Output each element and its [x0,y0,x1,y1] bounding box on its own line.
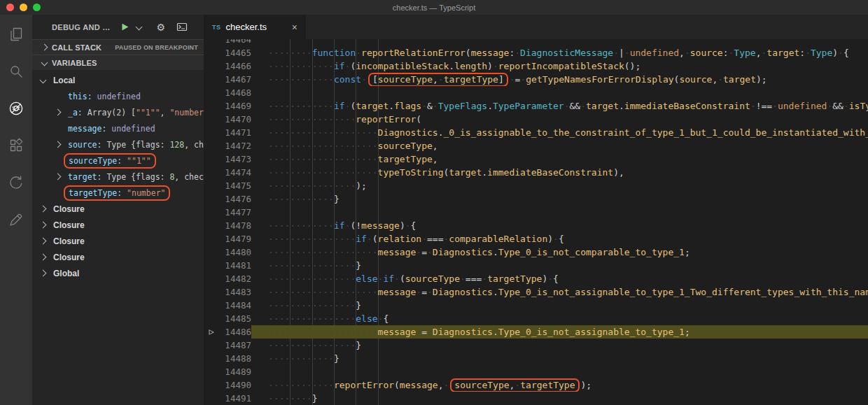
variable-row[interactable]: this: undefined [32,88,204,104]
glyph-margin[interactable] [204,232,219,246]
code-text: ····················typeToString(target.… [251,166,868,179]
code-line[interactable]: 14491········} [204,392,868,405]
code-text: ················else·{ [251,312,868,325]
variables-section-header[interactable]: VARIABLES [32,55,204,70]
glyph-margin[interactable] [204,73,219,86]
glyph-margin[interactable] [204,259,219,272]
code-line[interactable]: 14477 [204,206,868,219]
glyph-margin[interactable] [204,219,219,232]
close-icon[interactable]: × [292,22,298,33]
variable-row[interactable]: Closure [32,201,204,217]
code-line[interactable]: 14466············if·(incompatibleStack.l… [204,59,868,73]
glyph-margin[interactable] [204,339,219,352]
debug-current-line-arrow[interactable]: ▷ [204,325,219,339]
code-line[interactable]: 14473····················targetType, [204,152,868,166]
variable-row[interactable]: Global [32,265,204,281]
glyph-margin[interactable] [204,46,219,59]
glyph-margin[interactable] [204,272,219,285]
debug-console-icon[interactable] [176,22,188,33]
code-line[interactable]: 14482················else·if·(sourceType… [204,272,868,285]
glyph-margin[interactable] [204,152,219,166]
pencil-icon[interactable] [8,211,24,228]
code-line[interactable]: 14484················} [204,299,868,312]
variable-row[interactable]: source: Type {flags: 128, ch… [32,136,204,152]
files-icon[interactable] [8,26,24,43]
code-line[interactable]: 14487················} [204,339,868,352]
extensions-icon[interactable] [8,137,24,154]
code-line[interactable]: 14465········function·reportRelationErro… [204,46,868,59]
workbench: DEBUG AND … ⚙ CALL STACK PAUSED ON BREAK… [0,15,868,405]
glyph-margin[interactable] [204,365,219,378]
code-line[interactable]: 14475················); [204,179,868,192]
variable-row[interactable]: target: Type {flags: 8, chec… [32,169,204,185]
code-text: ········} [251,392,868,405]
glyph-margin[interactable] [204,352,219,365]
glyph-margin[interactable] [204,59,219,73]
line-number: 14476 [219,192,251,206]
variable-row[interactable]: Local [32,72,204,88]
glyph-margin[interactable] [204,206,219,219]
glyph-margin[interactable] [204,139,219,152]
tab-bar: TS checker.ts × [204,15,868,39]
variable-row[interactable]: sourceType: ""1"" [32,152,204,169]
glyph-margin[interactable] [204,312,219,325]
code-text: ············if·(!message)·{ [251,219,868,232]
code-line[interactable]: 14489 [204,365,868,378]
code-line[interactable]: 14481················} [204,259,868,272]
gear-icon[interactable]: ⚙ [157,22,166,32]
glyph-margin[interactable] [204,285,219,299]
variables-label: VARIABLES [52,59,97,67]
call-stack-section-header[interactable]: CALL STACK PAUSED ON BREAKPOINT [32,39,204,55]
code-line[interactable]: 14490············reportError(message,·so… [204,378,868,392]
glyph-margin[interactable] [204,299,219,312]
chevron-right-icon [40,238,47,245]
history-circle-icon[interactable] [8,174,24,191]
code-line[interactable]: 14485················else·{ [204,312,868,325]
debug-config-dropdown-icon[interactable] [136,24,141,29]
glyph-margin[interactable] [204,179,219,192]
code-line[interactable]: 14488············} [204,352,868,365]
code-line[interactable]: 14479················if·(relation·===·co… [204,232,868,246]
chevron-right-icon [55,173,62,180]
glyph-margin[interactable] [204,113,219,126]
debug-icon[interactable] [8,100,24,117]
code-line[interactable]: 14469············if·(target.flags·&·Type… [204,99,868,113]
variable-row[interactable]: _a: Array(2) [""1"", "number… [32,104,204,120]
glyph-margin[interactable] [204,39,219,46]
glyph-margin[interactable] [204,166,219,179]
glyph-margin[interactable] [204,86,219,99]
glyph-margin[interactable] [204,99,219,113]
glyph-margin[interactable] [204,126,219,139]
code-text: ················} [251,339,868,352]
code-line[interactable]: 14478············if·(!message)·{ [204,219,868,232]
glyph-margin[interactable] [204,392,219,405]
code-line[interactable]: 14470················reportError( [204,113,868,126]
glyph-margin[interactable] [204,192,219,206]
tab-checker-ts[interactable]: TS checker.ts × [204,15,306,39]
zoom-window-button[interactable] [33,3,41,11]
glyph-margin[interactable] [204,246,219,259]
variable-row[interactable]: message: undefined [32,120,204,136]
code-line[interactable]: 14474····················typeToString(ta… [204,166,868,179]
minimize-window-button[interactable] [20,3,27,11]
line-number: 14474 [219,166,251,179]
variable-row[interactable]: Closure [32,249,204,265]
code-text: ············} [251,352,868,365]
variable-row[interactable]: Closure [32,217,204,233]
glyph-margin[interactable] [204,378,219,392]
code-line[interactable]: 14476············} [204,192,868,206]
variable-row[interactable]: targetType: "number" [32,185,204,201]
code-line[interactable]: ▷14486····················message·=·Diag… [204,325,868,339]
close-window-button[interactable] [6,3,14,11]
variable-row[interactable]: Closure [32,233,204,249]
code-line[interactable]: 14464 [204,39,868,46]
code-line[interactable]: 14472····················sourceType, [204,139,868,152]
code-line[interactable]: 14471····················Diagnostics._0_… [204,126,868,139]
code-line[interactable]: 14480····················message·=·Diagn… [204,246,868,259]
code-line[interactable]: 14483····················message·=·Diagn… [204,285,868,299]
start-debug-button[interactable] [120,22,130,31]
code-line[interactable]: 14468 [204,86,868,99]
window-title: checker.ts — TypeScript [0,3,868,12]
search-icon[interactable] [8,63,24,80]
code-line[interactable]: 14467············const·[sourceType,·targ… [204,73,868,86]
